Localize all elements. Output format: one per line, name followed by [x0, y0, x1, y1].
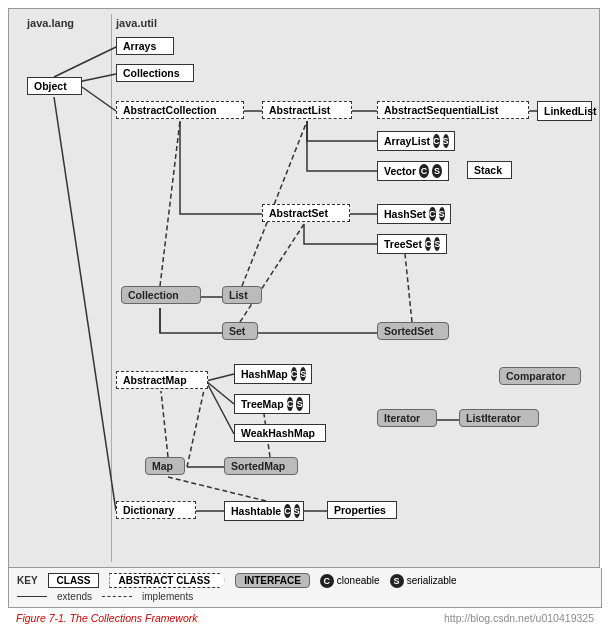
list-iterator-interface-box: ListIterator: [459, 409, 539, 427]
key-serializable-badge: S: [390, 574, 404, 588]
key-extends-label: extends: [57, 591, 92, 602]
linked-list-box: LinkedList CS: [537, 101, 592, 121]
key-implements-line: [102, 596, 132, 597]
ns-java-util: java.util: [116, 17, 157, 29]
figure-caption: Figure 7-1. The Collections Framework ht…: [8, 608, 602, 628]
tree-map-box: TreeMap CS: [234, 394, 310, 414]
set-interface-box: Set: [222, 322, 258, 340]
connection-lines: [9, 9, 599, 567]
cloneable-badge-arraylist: C: [433, 134, 440, 148]
serial-badge-hashtable: S: [294, 504, 300, 518]
key-class-box: CLASS: [48, 573, 100, 588]
properties-box: Properties: [327, 501, 397, 519]
serial-badge-vector: S: [432, 164, 442, 178]
abstract-set-box: AbstractSet: [262, 204, 350, 222]
key-cloneable-item: C cloneable: [320, 574, 380, 588]
key-interface-box: INTERFACE: [235, 573, 310, 588]
abstract-map-box: AbstractMap: [116, 371, 208, 389]
caption-text: Figure 7-1. The Collections Framework: [16, 612, 197, 624]
map-interface-box: Map: [145, 457, 185, 475]
key-cloneable-label: cloneable: [337, 575, 380, 586]
key-cloneable-badge: C: [320, 574, 334, 588]
collections-box: Collections: [116, 64, 194, 82]
abstract-list-box: AbstractList: [262, 101, 352, 119]
list-interface-box: List: [222, 286, 262, 304]
weak-hash-map-box: WeakHashMap: [234, 424, 326, 442]
array-list-box: ArrayList CS: [377, 131, 455, 151]
svg-line-10: [206, 374, 234, 381]
stack-box: Stack: [467, 161, 512, 179]
caption-url: http://blog.csdn.net/u010419325: [444, 612, 594, 624]
object-box: Object: [27, 77, 82, 95]
cloneable-badge-hashset: C: [429, 207, 436, 221]
collection-interface-box: Collection: [121, 286, 201, 304]
comparator-interface-box: Comparator: [499, 367, 581, 385]
hash-set-box: HashSet CS: [377, 204, 451, 224]
cloneable-badge-hashmap: C: [291, 367, 298, 381]
svg-line-3: [54, 97, 116, 511]
cloneable-badge-vector: C: [419, 164, 429, 178]
key-area: KEY CLASS ABSTRACT CLASS INTERFACE C clo…: [8, 568, 602, 608]
namespace-divider: [111, 14, 112, 562]
key-abstract-box: ABSTRACT CLASS: [109, 573, 225, 588]
tree-set-box: TreeSet CS: [377, 234, 447, 254]
svg-line-26: [168, 477, 266, 501]
main-container: java.lang java.util: [0, 0, 610, 636]
abstract-collection-box: AbstractCollection: [116, 101, 244, 119]
cloneable-badge-treeset: C: [425, 237, 432, 251]
svg-line-1: [54, 47, 116, 77]
svg-line-12: [206, 381, 234, 434]
key-serializable-label: serializable: [407, 575, 457, 586]
cloneable-badge-treemap: C: [287, 397, 294, 411]
key-implements-label: implements: [142, 591, 193, 602]
serial-badge-treeset: S: [434, 237, 440, 251]
sorted-map-interface-box: SortedMap: [224, 457, 298, 475]
svg-line-25: [161, 391, 168, 457]
arrays-box: Arrays: [116, 37, 174, 55]
svg-line-21: [405, 254, 412, 322]
key-extends-line: [17, 596, 47, 598]
serial-badge-treemap: S: [296, 397, 303, 411]
svg-line-11: [206, 381, 234, 404]
key-row-boxes: KEY CLASS ABSTRACT CLASS INTERFACE C clo…: [17, 573, 593, 588]
serial-badge-arraylist: S: [443, 134, 449, 148]
diagram-area: java.lang java.util: [8, 8, 600, 568]
key-label: KEY: [17, 575, 38, 586]
abstract-sequential-list-box: AbstractSequentialList: [377, 101, 529, 119]
svg-line-20: [240, 224, 304, 322]
sorted-set-interface-box: SortedSet: [377, 322, 449, 340]
serial-badge-hashset: S: [439, 207, 445, 221]
serial-badge-hashmap: S: [300, 367, 306, 381]
cloneable-badge-hashtable: C: [284, 504, 291, 518]
svg-line-22: [187, 381, 206, 467]
ns-java-lang: java.lang: [27, 17, 74, 29]
hash-map-box: HashMap CS: [234, 364, 312, 384]
vector-box: Vector CS: [377, 161, 449, 181]
key-row-lines: extends implements: [17, 591, 593, 602]
dictionary-box: Dictionary: [116, 501, 196, 519]
svg-line-15: [160, 121, 180, 286]
key-serializable-item: S serializable: [390, 574, 457, 588]
iterator-interface-box: Iterator: [377, 409, 437, 427]
hashtable-box: Hashtable CS: [224, 501, 304, 521]
